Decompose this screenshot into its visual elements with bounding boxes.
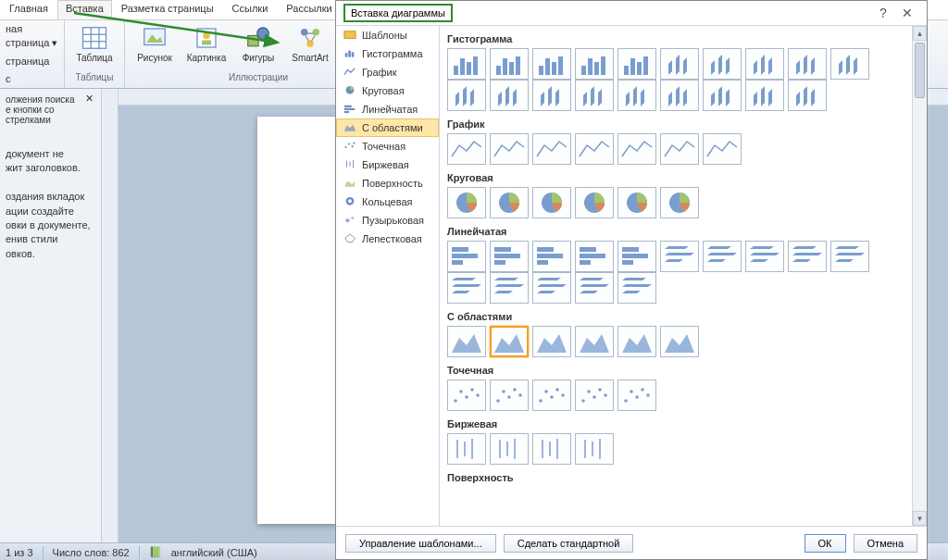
tab-mail[interactable]: Рассылки — [277, 0, 341, 19]
gallery-scrollbar[interactable]: ▲ ▼ — [912, 26, 927, 526]
chart-type-area-0[interactable] — [447, 326, 486, 357]
chart-type-line-5[interactable] — [660, 133, 699, 165]
category-surface[interactable]: Поверхность — [336, 174, 439, 193]
chart-type-line-0[interactable] — [447, 133, 486, 165]
chart-type-scatter-3[interactable] — [575, 380, 614, 411]
chart-type-column-16[interactable] — [703, 80, 742, 111]
chart-type-column-6[interactable] — [703, 48, 742, 80]
chart-type-line-2[interactable] — [532, 133, 571, 165]
chart-type-bar-7[interactable] — [745, 241, 784, 272]
status-lang[interactable]: английский (США) — [171, 547, 257, 558]
tab-home[interactable]: Главная — [0, 0, 57, 19]
category-radar[interactable]: Лепестковая — [336, 230, 439, 248]
chart-type-bar-9[interactable] — [830, 241, 869, 272]
chart-type-scatter-4[interactable] — [617, 380, 656, 411]
ok-button[interactable]: ОК — [805, 534, 846, 553]
category-line[interactable]: График — [336, 63, 439, 81]
chart-type-column-10[interactable] — [447, 80, 486, 111]
chart-type-bar-1[interactable] — [490, 241, 529, 272]
category-area[interactable]: С областями — [336, 118, 439, 137]
proofing-icon[interactable]: 📗 — [149, 546, 162, 558]
scroll-down-icon[interactable]: ▼ — [913, 511, 927, 526]
chart-type-column-5[interactable] — [660, 48, 699, 80]
status-words[interactable]: Число слов: 862 — [53, 547, 130, 558]
chart-type-bar-14[interactable] — [617, 272, 656, 304]
chart-type-column-2[interactable] — [532, 48, 571, 80]
chart-type-bar-0[interactable] — [447, 241, 486, 272]
table-button[interactable]: Таблица — [70, 22, 118, 72]
chart-type-column-0[interactable] — [447, 48, 486, 80]
chart-type-area-2[interactable] — [532, 326, 571, 357]
tab-layout[interactable]: Разметка страницы — [112, 0, 223, 19]
cancel-button[interactable]: Отмена — [854, 534, 917, 553]
chart-type-pie-2[interactable] — [532, 187, 571, 218]
category-scatter[interactable]: Точечная — [336, 137, 439, 156]
picture-button[interactable]: Рисунок — [131, 22, 179, 72]
smartart-button[interactable]: SmartArt — [286, 22, 334, 72]
status-page[interactable]: 1 из 3 — [6, 547, 33, 558]
chart-type-bar-5[interactable] — [660, 241, 699, 272]
chart-type-column-7[interactable] — [745, 48, 784, 80]
chart-type-bar-6[interactable] — [703, 241, 742, 272]
category-doughnut[interactable]: Кольцевая — [336, 193, 439, 211]
category-templates[interactable]: Шаблоны — [336, 26, 439, 44]
category-stock[interactable]: Биржевая — [336, 156, 439, 174]
chart-type-bar-13[interactable] — [575, 272, 614, 304]
pages-item[interactable]: ная страница ▾ — [6, 22, 58, 51]
category-column[interactable]: Гистограмма — [336, 44, 439, 63]
chart-type-column-15[interactable] — [660, 80, 699, 111]
chart-type-line-3[interactable] — [575, 133, 614, 165]
chart-type-stock-3[interactable] — [575, 433, 614, 465]
close-button[interactable]: ✕ — [895, 4, 919, 22]
chart-type-area-3[interactable] — [575, 326, 614, 357]
chart-type-area-5[interactable] — [660, 326, 699, 357]
chart-type-area-4[interactable] — [617, 326, 656, 357]
chart-type-bar-12[interactable] — [532, 272, 571, 304]
chart-type-pie-5[interactable] — [660, 187, 699, 218]
set-default-button[interactable]: Сделать стандартной — [504, 534, 634, 553]
nav-close-icon[interactable]: ✕ — [85, 93, 94, 105]
chart-type-column-1[interactable] — [490, 48, 529, 80]
chart-type-bar-11[interactable] — [490, 272, 529, 304]
chart-type-stock-0[interactable] — [447, 433, 486, 465]
chart-type-column-17[interactable] — [745, 80, 784, 111]
chart-type-line-4[interactable] — [617, 133, 656, 165]
chart-type-column-18[interactable] — [788, 80, 827, 111]
chart-type-stock-2[interactable] — [532, 433, 571, 465]
category-pie[interactable]: Круговая — [336, 81, 439, 100]
chart-type-bar-10[interactable] — [447, 272, 486, 304]
chart-type-bar-3[interactable] — [575, 241, 614, 272]
clipart-button[interactable]: Картинка — [182, 22, 231, 72]
chart-type-column-11[interactable] — [490, 80, 529, 111]
chart-type-scatter-0[interactable] — [447, 380, 486, 411]
chart-type-line-1[interactable] — [490, 133, 529, 165]
chart-type-pie-0[interactable] — [447, 187, 486, 218]
chart-type-column-3[interactable] — [575, 48, 614, 80]
chart-type-pie-1[interactable] — [490, 187, 529, 218]
chart-type-column-12[interactable] — [532, 80, 571, 111]
manage-templates-button[interactable]: Управление шаблонами... — [345, 534, 496, 553]
chart-type-pie-4[interactable] — [617, 187, 656, 218]
chart-type-pie-3[interactable] — [575, 187, 614, 218]
chart-type-column-4[interactable] — [617, 48, 656, 80]
chart-type-area-1[interactable] — [490, 326, 529, 357]
pages-item[interactable]: страница — [6, 55, 49, 68]
chart-type-column-14[interactable] — [617, 80, 656, 111]
tab-refs[interactable]: Ссылки — [223, 0, 278, 19]
chart-type-scatter-1[interactable] — [490, 380, 529, 411]
chart-type-column-13[interactable] — [575, 80, 614, 111]
chart-type-scatter-2[interactable] — [532, 380, 571, 411]
category-bar[interactable]: Линейчатая — [336, 100, 439, 118]
chart-type-line-6[interactable] — [703, 133, 742, 165]
scroll-up-icon[interactable]: ▲ — [913, 26, 927, 41]
shapes-button[interactable]: Фигуры — [234, 22, 282, 72]
chart-type-stock-1[interactable] — [490, 433, 529, 465]
chart-type-bar-8[interactable] — [788, 241, 827, 272]
chart-type-bar-4[interactable] — [617, 241, 656, 272]
chart-type-bar-2[interactable] — [532, 241, 571, 272]
help-button[interactable]: ? — [871, 4, 895, 22]
chart-type-column-8[interactable] — [788, 48, 827, 80]
scroll-thumb[interactable] — [915, 43, 925, 98]
category-bubble[interactable]: Пузырьковая — [336, 211, 439, 230]
chart-type-column-9[interactable] — [830, 48, 869, 80]
